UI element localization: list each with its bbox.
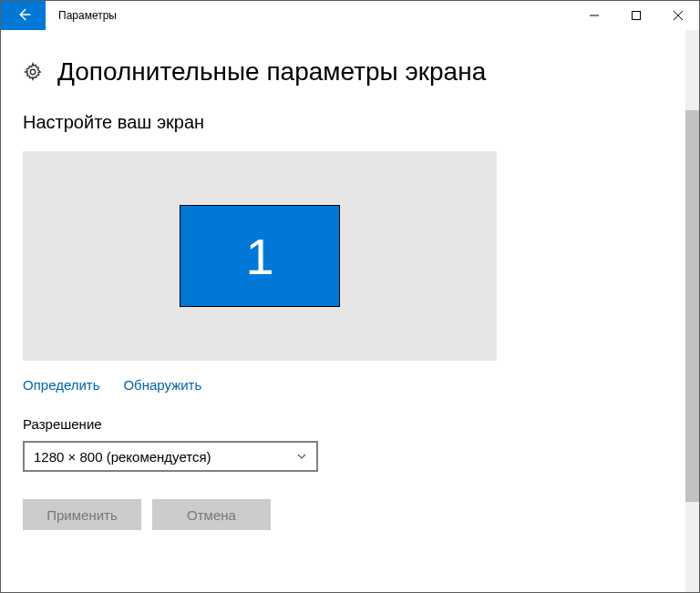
scrollbar-thumb[interactable] [685,110,699,502]
resolution-select[interactable]: 1280 × 800 (рекомендуется) [23,441,318,472]
display-preview[interactable]: 1 [23,151,497,361]
gear-icon [23,62,43,82]
resolution-label: Разрешение [23,416,677,432]
settings-window: Параметры [0,0,700,593]
link-row: Определить Обнаружить [23,377,677,393]
maximize-icon [632,8,641,23]
apply-label: Применить [46,507,118,523]
cancel-label: Отмена [187,507,236,523]
chevron-down-icon [296,449,307,465]
close-icon [674,8,683,23]
title-bar: Параметры [1,1,699,30]
page-title: Дополнительные параметры экрана [57,57,486,87]
svg-point-5 [30,69,36,75]
apply-button[interactable]: Применить [23,499,141,530]
cancel-button[interactable]: Отмена [152,499,271,530]
minimize-icon [590,8,599,23]
close-button[interactable] [657,1,699,30]
page-header: Дополнительные параметры экрана [23,57,677,87]
monitor-1[interactable]: 1 [180,205,340,307]
minimize-button[interactable] [573,1,615,30]
section-title: Настройте ваш экран [23,112,677,133]
identify-link[interactable]: Определить [23,377,100,393]
maximize-button[interactable] [615,1,657,30]
svg-rect-2 [633,12,641,20]
arrow-left-icon [15,6,32,26]
content: Дополнительные параметры экрана Настройт… [1,30,699,592]
button-row: Применить Отмена [23,499,677,530]
body-area: Дополнительные параметры экрана Настройт… [1,30,699,592]
resolution-value: 1280 × 800 (рекомендуется) [34,449,211,465]
window-controls [573,1,699,30]
window-title: Параметры [46,1,117,30]
detect-link[interactable]: Обнаружить [123,377,201,393]
monitor-number: 1 [245,227,273,286]
back-button[interactable] [1,1,46,30]
